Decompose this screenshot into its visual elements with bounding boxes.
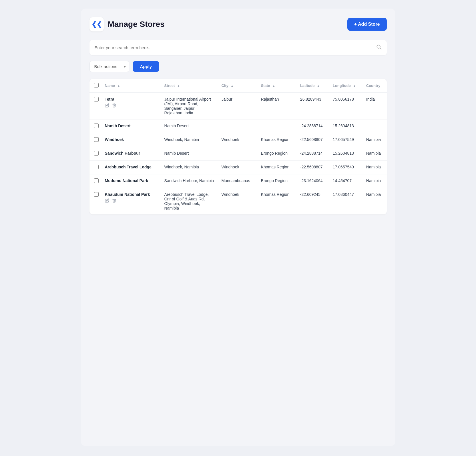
sort-state-icon: ▲ <box>272 84 275 87</box>
row-latitude-cell: -22.5608807 <box>297 161 329 174</box>
row-city-cell <box>218 147 257 161</box>
row-longitude-cell: 14.454707 <box>329 174 363 188</box>
row-name-cell: Arebbusch Travel Lodge <box>101 161 161 174</box>
apply-button[interactable]: Apply <box>133 61 160 72</box>
row-country-cell: Namibia <box>363 174 387 188</box>
delete-icon[interactable] <box>112 198 116 204</box>
add-store-button[interactable]: + Add Store <box>347 18 387 31</box>
row-checkbox[interactable] <box>94 97 99 101</box>
row-country-cell <box>363 120 387 133</box>
delete-icon[interactable] <box>112 103 116 108</box>
row-checkbox[interactable] <box>94 137 99 142</box>
row-street-cell: Arebbusch Travel Lodge, Cnr of Golf & Au… <box>161 188 218 215</box>
store-name: Tetra <box>105 97 158 101</box>
row-checkbox-cell <box>89 133 101 147</box>
col-header-city[interactable]: City ▲ <box>218 79 257 93</box>
row-state-cell: Erongo Region <box>258 174 297 188</box>
row-latitude-cell: -24.2888714 <box>297 147 329 161</box>
row-longitude-cell: 17.0657549 <box>329 133 363 147</box>
col-header-country[interactable]: Country <box>363 79 387 93</box>
row-state-cell: Khomas Region <box>258 188 297 215</box>
bulk-select-wrap: Bulk actions <box>89 61 129 72</box>
col-header-longitude[interactable]: Longitude ▲ <box>329 79 363 93</box>
row-checkbox-cell <box>89 188 101 215</box>
table-row: Tetra <box>89 93 387 120</box>
store-name: Mudumu National Park <box>105 178 158 183</box>
col-header-state[interactable]: State ▲ <box>258 79 297 93</box>
row-state-cell: Rajasthan <box>258 93 297 120</box>
store-name: Namib Desert <box>105 124 158 128</box>
table-header-row: Name ▲ Street ▲ City ▲ State ▲ Latitude … <box>89 79 387 93</box>
row-latitude-cell: -22.5608807 <box>297 133 329 147</box>
row-state-cell: Khomas Region <box>258 133 297 147</box>
row-city-cell: Muneambuanas <box>218 174 257 188</box>
row-longitude-cell: 15.2604813 <box>329 120 363 133</box>
row-name-cell: Khaudum National Park <box>101 188 161 215</box>
row-checkbox[interactable] <box>94 165 99 169</box>
select-all-checkbox[interactable] <box>94 83 99 87</box>
row-checkbox-cell <box>89 147 101 161</box>
sort-street-icon: ▲ <box>177 84 180 87</box>
store-name: Khaudum National Park <box>105 192 158 197</box>
row-checkbox[interactable] <box>94 192 99 197</box>
header-left: ❮❮ Manage Stores <box>89 17 165 31</box>
table-row: Arebbusch Travel Lodge Windhoek, Namibia… <box>89 161 387 174</box>
header: ❮❮ Manage Stores + Add Store <box>89 17 387 31</box>
row-street-cell: Sandwich Harbour, Namibia <box>161 174 218 188</box>
row-country-cell: Namibia <box>363 147 387 161</box>
main-container: ❮❮ Manage Stores + Add Store Bulk action… <box>81 9 395 446</box>
row-longitude-cell: 15.2604813 <box>329 147 363 161</box>
row-longitude-cell: 75.8056178 <box>329 93 363 120</box>
store-name: Arebbusch Travel Lodge <box>105 165 158 169</box>
action-icons <box>105 103 158 108</box>
row-name-cell: Tetra <box>101 93 161 120</box>
row-latitude-cell: -22.609245 <box>297 188 329 215</box>
row-name-cell: Mudumu National Park <box>101 174 161 188</box>
row-state-cell <box>258 120 297 133</box>
search-bar <box>89 40 387 55</box>
edit-icon[interactable] <box>105 103 109 108</box>
row-checkbox[interactable] <box>94 178 99 183</box>
col-header-latitude[interactable]: Latitude ▲ <box>297 79 329 93</box>
bulk-actions-select[interactable]: Bulk actions <box>89 61 129 72</box>
row-longitude-cell: 17.0860447 <box>329 188 363 215</box>
row-checkbox-cell <box>89 174 101 188</box>
sort-lat-icon: ▲ <box>317 84 320 87</box>
row-country-cell: Namibia <box>363 161 387 174</box>
row-name-cell: Windhoek <box>101 133 161 147</box>
row-country-cell: India <box>363 93 387 120</box>
col-header-street[interactable]: Street ▲ <box>161 79 218 93</box>
row-city-cell <box>218 120 257 133</box>
bulk-actions-row: Bulk actions Apply <box>89 61 387 72</box>
table-row: Windhoek Windhoek, Namibia Windhoek Khom… <box>89 133 387 147</box>
sort-name-icon: ▲ <box>117 84 120 87</box>
row-street-cell: Windhoek, Namibia <box>161 133 218 147</box>
page-title: Manage Stores <box>108 20 165 29</box>
edit-icon[interactable] <box>105 198 109 204</box>
row-state-cell: Khomas Region <box>258 161 297 174</box>
table-row: Khaudum National Park <box>89 188 387 215</box>
sort-city-icon: ▲ <box>231 84 234 87</box>
row-checkbox-cell <box>89 161 101 174</box>
row-street-cell: Namib Desert <box>161 147 218 161</box>
table-row: Namib Desert Namib Desert -24.2888714 15… <box>89 120 387 133</box>
row-street-cell: Jaipur International Airport (JAI), Airp… <box>161 93 218 120</box>
store-name: Windhoek <box>105 137 158 142</box>
store-name: Sandwich Harbour <box>105 151 158 156</box>
row-city-cell: Windhoek <box>218 161 257 174</box>
search-icon <box>376 44 382 51</box>
row-checkbox[interactable] <box>94 124 99 128</box>
row-checkbox[interactable] <box>94 151 99 156</box>
row-city-cell: Jaipur <box>218 93 257 120</box>
data-table: Name ▲ Street ▲ City ▲ State ▲ Latitude … <box>89 79 387 214</box>
row-city-cell: Windhoek <box>218 188 257 215</box>
row-state-cell: Erongo Region <box>258 147 297 161</box>
col-header-name[interactable]: Name ▲ <box>101 79 161 93</box>
sort-lng-icon: ▲ <box>353 84 356 87</box>
search-input[interactable] <box>95 45 376 50</box>
row-city-cell: Windhoek <box>218 133 257 147</box>
row-name-cell: Sandwich Harbour <box>101 147 161 161</box>
row-country-cell: Namibia <box>363 188 387 215</box>
select-all-header <box>89 79 101 93</box>
action-icons <box>105 198 158 204</box>
